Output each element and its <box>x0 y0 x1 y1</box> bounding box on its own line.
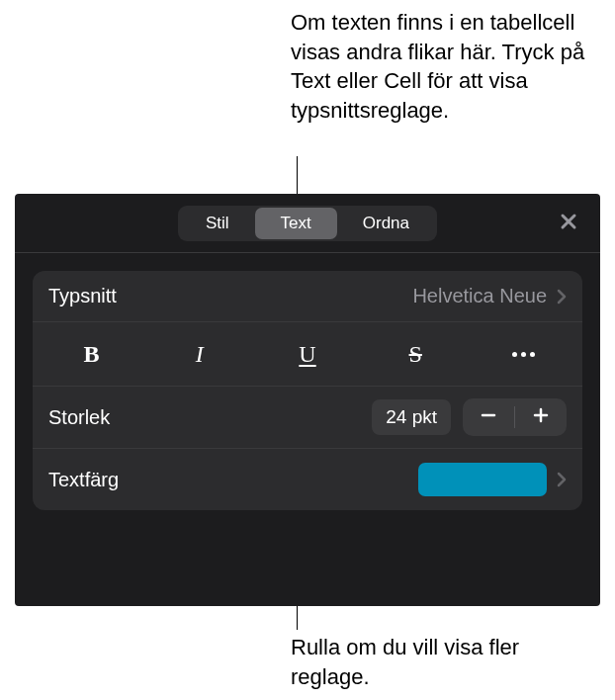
text-card: Typsnitt Helvetica Neue B I U S Storlek <box>33 271 582 510</box>
font-value: Helvetica Neue <box>412 285 547 307</box>
size-value[interactable]: 24 pkt <box>372 399 451 435</box>
text-color-label: Textfärg <box>48 469 119 491</box>
decrease-size-button[interactable] <box>463 398 514 436</box>
size-stepper <box>463 398 567 436</box>
panel-header: Stil Text Ordna <box>15 194 600 253</box>
more-icon <box>512 352 535 357</box>
bold-button[interactable]: B <box>39 332 144 376</box>
color-swatch[interactable] <box>418 463 547 496</box>
callout-line <box>297 606 298 630</box>
callout-bottom: Rulla om du vill visa fler reglage. <box>291 633 597 691</box>
size-row: Storlek 24 pkt <box>33 387 582 449</box>
text-color-row[interactable]: Textfärg <box>33 449 582 510</box>
tab-bar: Stil Text Ordna <box>178 206 437 241</box>
chevron-right-icon <box>557 472 567 487</box>
tab-text[interactable]: Text <box>255 208 337 239</box>
size-label: Storlek <box>48 406 110 429</box>
font-row[interactable]: Typsnitt Helvetica Neue <box>33 271 582 322</box>
font-label: Typsnitt <box>48 285 117 307</box>
italic-button[interactable]: I <box>146 332 252 376</box>
underline-button[interactable]: U <box>254 332 360 376</box>
minus-icon <box>480 406 497 428</box>
callout-top: Om texten finns i en tabellcell visas an… <box>291 8 597 126</box>
chevron-right-icon <box>557 289 567 305</box>
close-icon <box>560 213 577 234</box>
more-styles-button[interactable] <box>471 332 576 376</box>
panel-content: Typsnitt Helvetica Neue B I U S Storlek <box>15 253 600 528</box>
format-panel: Stil Text Ordna Typsnitt Helvetica Neue … <box>15 194 600 606</box>
tab-stil[interactable]: Stil <box>180 208 255 239</box>
tab-ordna[interactable]: Ordna <box>337 208 435 239</box>
strikethrough-button[interactable]: S <box>363 332 469 376</box>
increase-size-button[interactable] <box>515 398 567 436</box>
close-button[interactable] <box>555 210 582 237</box>
plus-icon <box>532 406 550 428</box>
text-style-row: B I U S <box>33 322 582 387</box>
